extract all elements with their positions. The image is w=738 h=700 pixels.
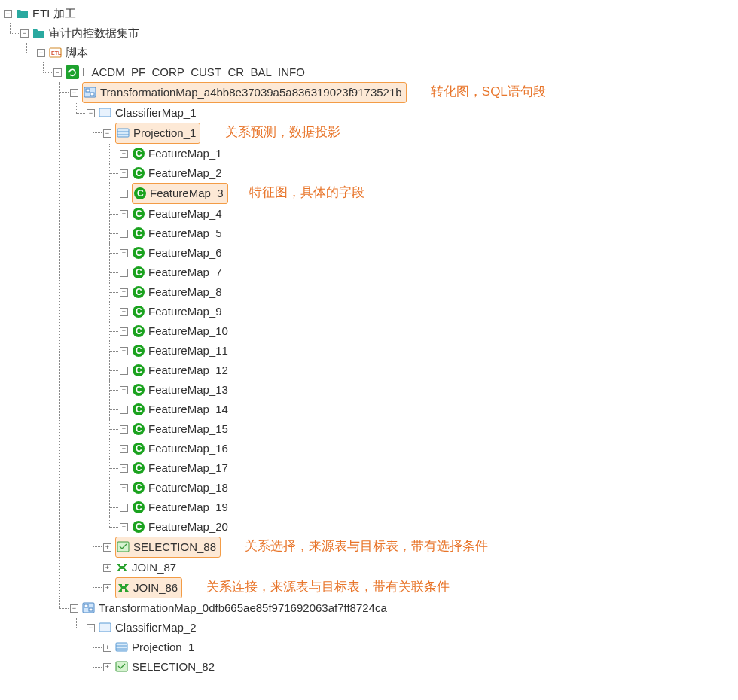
expand-icon[interactable]: + [103,663,111,671]
tree-node-feature-map[interactable]: +FeatureMap_10 [120,321,229,341]
annotation-text: 特征图，具体的字段 [249,183,364,202]
tree-node-selection-82[interactable]: + SELECTION_82 [103,657,215,677]
node-label: TransformationMap_0dfb665ae85f971692063a… [98,598,388,618]
expand-icon[interactable]: + [120,249,128,257]
feature-map-icon [133,187,147,200]
tree-node-feature-map[interactable]: +FeatureMap_11 [120,341,229,361]
collapse-icon[interactable]: − [53,68,62,77]
tree-node-projection-1[interactable]: − Projection_1 [103,123,200,144]
tree-node-feature-map[interactable]: +FeatureMap_14 [120,400,229,419]
feature-map-icon [132,481,145,495]
tree-node-feature-map[interactable]: +FeatureMap_12 [120,361,229,380]
annotation-text: 转化图，SQL语句段 [431,82,546,102]
expand-icon[interactable]: + [103,564,111,572]
expand-icon[interactable]: + [120,367,128,375]
tree-node-feature-map[interactable]: +FeatureMap_20 [120,517,229,537]
expand-icon[interactable]: + [103,584,111,592]
node-label: FeatureMap_8 [148,282,223,302]
tree-node-feature-map[interactable]: +FeatureMap_6 [120,243,223,263]
feature-map-icon [132,227,145,240]
expand-icon[interactable]: + [120,288,128,297]
feature-map-icon [132,285,145,299]
classifier-map-icon [99,106,112,120]
tree-node-data-mart[interactable]: − 审计内控数据集市 [20,23,140,43]
tree-node-feature-map[interactable]: +FeatureMap_19 [120,498,229,517]
tree-node-feature-map[interactable]: +FeatureMap_18 [120,478,229,498]
transformation-map-icon [82,601,96,615]
tree-node-feature-map[interactable]: +FeatureMap_16 [120,439,229,458]
tree-node-join-86[interactable]: + JOIN_86 [103,577,182,598]
expand-icon[interactable]: + [103,644,111,652]
node-label: Projection_1 [133,123,197,143]
expand-icon[interactable]: + [120,190,128,198]
tree-node-feature-map[interactable]: +FeatureMap_3 [120,183,228,204]
highlight-box: TransformationMap_a4bb8e37039a5a83631902… [82,82,407,103]
tree-node-feature-map[interactable]: +FeatureMap_7 [120,263,223,282]
node-label: FeatureMap_20 [148,517,229,537]
expand-icon[interactable]: + [120,269,128,277]
feature-map-icon [132,166,145,180]
feature-map-icon [132,422,145,436]
expand-icon[interactable]: + [120,347,128,355]
tree-node-feature-map[interactable]: +FeatureMap_15 [120,419,229,439]
tree-node-feature-map[interactable]: +FeatureMap_9 [120,302,223,321]
tree-node-feature-map[interactable]: +FeatureMap_1 [120,144,223,163]
tree-node-job[interactable]: − I_ACDM_PF_CORP_CUST_CR_BAL_INFO [53,62,306,82]
tree-node-projection-2[interactable]: + Projection_1 [103,638,195,657]
expand-icon[interactable]: + [120,327,128,336]
tree-node-feature-map[interactable]: +FeatureMap_4 [120,204,223,224]
object-tree: − ETL加工 − 审计内控数据集市 − 脚本 − I_ACDM_PF_CORP… [4,4,738,677]
expand-icon[interactable]: + [120,169,128,178]
expand-icon[interactable]: + [120,464,128,473]
feature-map-icon [132,324,145,338]
tree-node-script[interactable]: − 脚本 [37,43,89,62]
expand-icon[interactable]: + [120,484,128,492]
tree-node-selection-88[interactable]: + SELECTION_88 [103,537,221,558]
node-label: SELECTION_88 [133,537,217,557]
tree-node-etl-root[interactable]: − ETL加工 [4,4,77,23]
collapse-icon[interactable]: − [87,624,95,632]
highlight-box: FeatureMap_3 [132,183,228,204]
expand-icon[interactable]: + [103,543,111,552]
expand-icon[interactable]: + [120,504,128,512]
folder-icon [32,26,46,40]
collapse-icon[interactable]: − [20,29,29,38]
expand-icon[interactable]: + [120,406,128,414]
node-label: FeatureMap_1 [148,144,223,163]
refresh-icon [66,65,79,79]
collapse-icon[interactable]: − [87,109,95,117]
highlight-box: Projection_1 [115,123,200,144]
tree-node-feature-map[interactable]: +FeatureMap_2 [120,163,223,183]
tree-node-classifier-2[interactable]: − ClassifierMap_2 [87,618,197,638]
expand-icon[interactable]: + [120,445,128,453]
tree-node-transformation-map-2[interactable]: − TransformationMap_0dfb665ae85f97169206… [70,598,388,618]
tree-node-feature-map[interactable]: +FeatureMap_17 [120,458,229,478]
tree-node-feature-map[interactable]: +FeatureMap_5 [120,224,223,243]
node-label: FeatureMap_13 [148,380,229,400]
expand-icon[interactable]: + [120,425,128,434]
node-label: FeatureMap_18 [148,478,229,498]
expand-icon[interactable]: + [120,386,128,394]
tree-node-transformation-map-1[interactable]: − TransformationMap_a4bb8e37039a5a836319… [70,82,407,103]
collapse-icon[interactable]: − [70,89,78,97]
collapse-icon[interactable]: − [37,49,45,57]
expand-icon[interactable]: + [120,150,128,158]
tree-node-feature-map[interactable]: +FeatureMap_8 [120,282,223,302]
projection-icon [117,126,130,140]
transformation-map-icon [84,86,97,99]
collapse-icon[interactable]: − [4,10,12,18]
tree-node-feature-map[interactable]: +FeatureMap_13 [120,380,229,400]
tree-node-join-87[interactable]: + JOIN_87 [103,558,177,577]
node-label: FeatureMap_3 [149,184,224,203]
expand-icon[interactable]: + [120,308,128,316]
selection-icon [117,540,130,554]
feature-map-icon [132,207,145,221]
folder-icon [16,7,29,20]
expand-icon[interactable]: + [120,523,128,531]
node-label: ClassifierMap_1 [114,103,197,123]
collapse-icon[interactable]: − [103,129,111,138]
collapse-icon[interactable]: − [70,604,78,613]
expand-icon[interactable]: + [120,230,128,238]
tree-node-classifier-1[interactable]: − ClassifierMap_1 [87,103,197,123]
expand-icon[interactable]: + [120,210,128,218]
